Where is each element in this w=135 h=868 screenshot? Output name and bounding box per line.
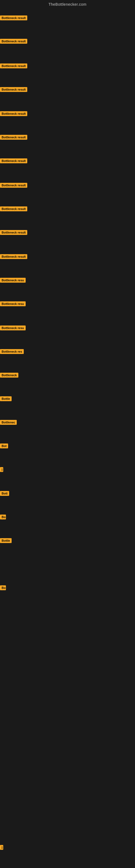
bottleneck-badge-container: Bottlenec xyxy=(0,420,17,426)
bottleneck-badge-container: Bottleneck result xyxy=(0,111,27,117)
bottleneck-badge-container: Bottleneck result xyxy=(0,254,27,260)
bottleneck-result-badge[interactable]: | xyxy=(0,845,3,850)
bottleneck-badge-container: Bottleneck result xyxy=(0,158,27,164)
bottleneck-result-badge[interactable]: Bottle xyxy=(0,396,12,401)
bottleneck-result-badge[interactable]: Bottleneck result xyxy=(0,39,27,44)
bottleneck-result-badge[interactable]: Bottleneck resu xyxy=(0,278,26,283)
bottleneck-result-badge[interactable]: Bot xyxy=(0,443,8,448)
bottleneck-result-badge[interactable]: Bottleneck result xyxy=(0,135,27,140)
bottleneck-badge-container: Bo xyxy=(0,515,6,521)
bottleneck-badge-container: Bottleneck result xyxy=(0,16,27,22)
bottleneck-badge-container: Bottleneck result xyxy=(0,207,27,212)
bottleneck-result-badge[interactable]: Bottlenec xyxy=(0,420,17,425)
bottleneck-result-badge[interactable]: Bottleneck result xyxy=(0,207,27,211)
bottleneck-result-badge[interactable]: Bottleneck result xyxy=(0,254,27,259)
bottleneck-badge-container: Bottleneck result xyxy=(0,230,27,236)
bottleneck-badge-container: Bot xyxy=(0,443,8,450)
bottleneck-result-badge[interactable]: Bottleneck result xyxy=(0,111,27,116)
bottleneck-badge-container: Bottleneck result xyxy=(0,39,27,45)
bottleneck-result-badge[interactable]: | xyxy=(0,467,3,472)
bottleneck-badge-container: Bottleneck res xyxy=(0,349,24,355)
bottleneck-badge-container: Bottleneck xyxy=(0,373,18,379)
bottleneck-badge-container: Bottleneck result xyxy=(0,183,27,189)
bottleneck-badge-container: Bo xyxy=(0,585,6,591)
bottleneck-result-badge[interactable]: Bottleneck result xyxy=(0,183,27,188)
bottleneck-badge-container: Bottle xyxy=(0,396,12,402)
bottleneck-badge-container: Bottleneck result xyxy=(0,87,27,93)
bottleneck-badge-container: | xyxy=(0,845,3,851)
bottleneck-result-badge[interactable]: Bottleneck res xyxy=(0,349,24,354)
bottleneck-result-badge[interactable]: Bo xyxy=(0,585,6,590)
bottleneck-result-badge[interactable]: Bottleneck resu xyxy=(0,326,26,330)
bottleneck-result-badge[interactable]: Bo xyxy=(0,515,6,520)
bottleneck-result-badge[interactable]: Bottleneck resu xyxy=(0,301,26,306)
bottleneck-badge-container: Bottleneck result xyxy=(0,63,27,69)
site-title: TheBottlenecker.com xyxy=(0,0,135,9)
bottleneck-badge-container: Bottleneck resu xyxy=(0,278,26,284)
bottleneck-result-badge[interactable]: Bottleneck result xyxy=(0,158,27,163)
bottleneck-badge-container: Bottleneck resu xyxy=(0,326,26,332)
bottleneck-result-badge[interactable]: Bottle xyxy=(0,538,12,543)
bottleneck-result-badge[interactable]: Bottleneck result xyxy=(0,87,27,92)
bottleneck-result-badge[interactable]: Bott xyxy=(0,491,9,496)
bottleneck-badge-container: | xyxy=(0,467,3,473)
bottleneck-result-badge[interactable]: Bottleneck xyxy=(0,373,18,378)
bottleneck-badge-container: Bottleneck resu xyxy=(0,301,26,307)
bottleneck-badge-container: Bottle xyxy=(0,538,12,544)
bottleneck-result-badge[interactable]: Bottleneck result xyxy=(0,230,27,235)
bottleneck-badge-container: Bott xyxy=(0,491,9,497)
bottleneck-result-badge[interactable]: Bottleneck result xyxy=(0,63,27,68)
bottleneck-result-badge[interactable]: Bottleneck result xyxy=(0,16,27,20)
bottleneck-badge-container: Bottleneck result xyxy=(0,135,27,141)
